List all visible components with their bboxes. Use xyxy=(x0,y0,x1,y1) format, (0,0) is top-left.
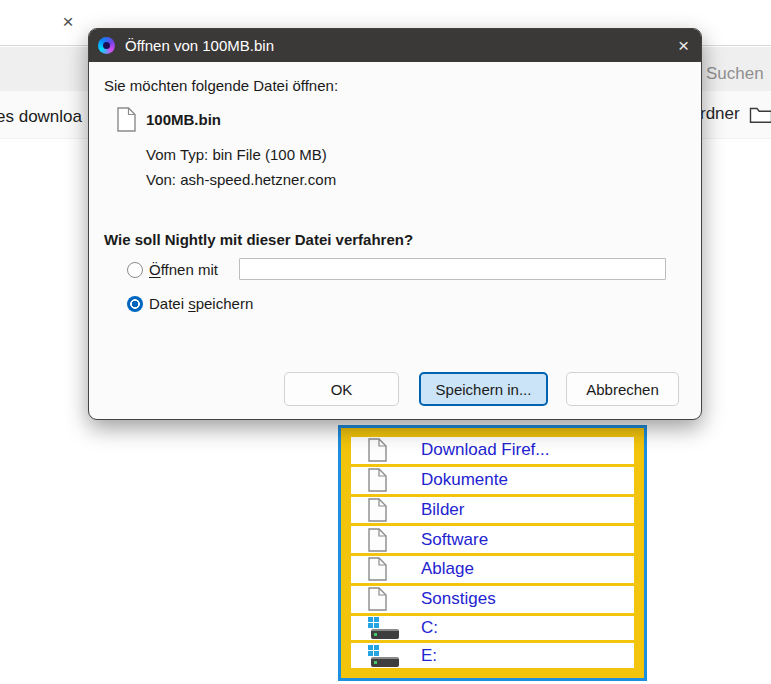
dialog-intro-text: Sie möchten folgende Datei öffnen: xyxy=(104,77,338,94)
document-icon xyxy=(351,468,421,492)
ok-button[interactable]: OK xyxy=(284,372,399,406)
menu-item-dokumente[interactable]: Dokumente xyxy=(351,467,634,494)
file-icon xyxy=(117,107,136,136)
document-icon xyxy=(351,528,421,552)
firefox-nightly-icon xyxy=(98,37,115,54)
menu-item-ablage[interactable]: Ablage xyxy=(351,556,634,583)
menu-item-label: Dokumente xyxy=(421,470,508,490)
dialog-titlebar: Öffnen von 100MB.bin × xyxy=(89,29,701,62)
save-file-radio[interactable] xyxy=(127,296,143,312)
open-with-accesskey: Ö xyxy=(149,261,161,278)
menu-item-software[interactable]: Software xyxy=(351,526,634,553)
drive-icon xyxy=(351,645,421,667)
open-with-label-rest: ffnen mit xyxy=(161,261,218,278)
save-file-label-rest: peichern xyxy=(196,295,254,312)
file-type-line: Vom Typ: bin File (100 MB) xyxy=(146,146,327,163)
cancel-button[interactable]: Abbrechen xyxy=(566,372,679,406)
save-file-label[interactable]: Datei speichern xyxy=(149,295,253,312)
menu-item-drive-e[interactable]: E: xyxy=(351,643,634,668)
menu-item-drive-c[interactable]: C: xyxy=(351,616,634,641)
menu-item-label: Ablage xyxy=(421,559,474,579)
search-input[interactable]: Suchen xyxy=(706,64,764,84)
open-with-label[interactable]: Öffnen mit xyxy=(149,261,218,278)
dialog-close-icon[interactable]: × xyxy=(678,36,689,55)
menu-item-label: Download Firef... xyxy=(421,440,550,460)
open-with-radio[interactable] xyxy=(127,262,143,278)
save-file-accesskey: s xyxy=(188,295,196,312)
menu-item-label: E: xyxy=(421,646,437,666)
open-with-combobox[interactable] xyxy=(239,258,666,280)
document-icon xyxy=(351,438,421,462)
menu-item-label: Software xyxy=(421,530,488,550)
download-dialog: Öffnen von 100MB.bin × Sie möchten folge… xyxy=(88,28,702,420)
file-source-line: Von: ash-speed.hetzner.com xyxy=(146,171,336,188)
document-icon xyxy=(351,557,421,581)
drive-icon xyxy=(351,617,421,639)
menu-item-bilder[interactable]: Bilder xyxy=(351,497,634,524)
document-icon xyxy=(351,498,421,522)
new-folder-button[interactable]: rdner xyxy=(700,104,771,124)
menu-item-download-firefox[interactable]: Download Firef... xyxy=(351,437,634,464)
menu-item-sonstiges[interactable]: Sonstiges xyxy=(351,586,634,613)
menu-item-label: Bilder xyxy=(421,500,464,520)
dialog-question: Wie soll Nightly mit dieser Datei verfah… xyxy=(104,231,413,248)
dialog-title: Öffnen von 100MB.bin xyxy=(125,37,274,54)
save-destination-menu: Download Firef... Dokumente Bilder Softw… xyxy=(338,425,647,681)
file-name: 100MB.bin xyxy=(146,111,221,128)
partial-page-text: es downloa xyxy=(0,107,82,127)
save-in-button[interactable]: Speichern in... xyxy=(419,372,548,406)
new-folder-label: rdner xyxy=(700,104,740,124)
tab-close-icon[interactable]: × xyxy=(57,10,79,34)
save-file-label-pre: Datei xyxy=(149,295,188,312)
menu-item-label: Sonstiges xyxy=(421,589,496,609)
menu-item-label: C: xyxy=(421,618,438,638)
document-icon xyxy=(351,587,421,611)
folder-icon xyxy=(749,105,771,124)
